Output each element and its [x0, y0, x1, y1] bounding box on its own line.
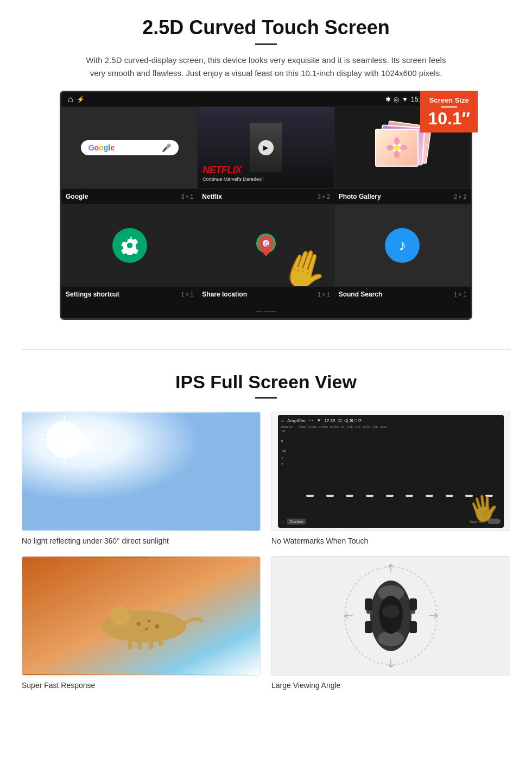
car-image	[271, 556, 510, 676]
svg-point-39	[382, 605, 400, 618]
freq-200: 200hz	[319, 425, 327, 428]
amp-custom-btn[interactable]: Custom	[287, 519, 306, 525]
mic-icon: 🎤	[162, 143, 171, 152]
screen-size-badge: Screen Size 10.1″	[420, 91, 478, 133]
amp-header: ⌂ Amplifier ⋯ ▼ 17:33 ⊡ ◁) ⊠ □ ⟳	[281, 418, 501, 423]
dots: — — —	[256, 308, 276, 314]
thumb-4	[366, 495, 373, 497]
freq-100: 100hz	[308, 425, 316, 428]
location-icon: ◎	[394, 96, 399, 103]
label-settings: Settings shortcut 1 × 1	[61, 289, 198, 300]
play-button[interactable]: ▶	[258, 140, 274, 155]
home-icon: ⌂	[68, 94, 73, 104]
label-netflix: Netflix 3 × 2	[198, 191, 334, 202]
thumb-7	[426, 495, 433, 497]
feature-car: Large Viewing Angle	[271, 556, 510, 690]
label-share: Share location 1 × 1	[198, 289, 334, 300]
svg-point-3	[394, 150, 400, 158]
svg-rect-37	[409, 621, 417, 633]
amp-side-labels: 10 0 -10 3 4	[281, 430, 297, 516]
thumb-3	[346, 495, 353, 497]
svg-point-4	[387, 145, 394, 150]
svg-rect-27	[159, 634, 163, 646]
label-sound: Sound Search 1 × 1	[334, 289, 471, 300]
badge-label: Screen Size	[428, 96, 470, 104]
svg-rect-34	[365, 598, 372, 610]
svg-rect-24	[128, 636, 132, 649]
features-grid: No light reflecting under 360° direct su…	[22, 412, 510, 690]
amp-freq-labels: Balance 60hz 100hz 200hz 500hz 1k 2.5k 1…	[281, 425, 501, 428]
google-logo: Google	[88, 143, 115, 152]
svg-text:G: G	[264, 241, 269, 247]
sunlight-inner	[22, 412, 260, 531]
netflix-cell-inner: ▶ NETFLIX Continue Marvel's Daredevil	[198, 107, 333, 188]
svg-point-19	[111, 606, 130, 625]
gallery-card-3	[375, 129, 419, 167]
freq-sub: SUB	[380, 425, 387, 428]
gear-svg	[120, 236, 140, 255]
sunlight-image	[22, 412, 261, 531]
app-cell-sound[interactable]: ♪	[334, 204, 471, 287]
svg-point-23	[145, 627, 148, 630]
app-cell-netflix[interactable]: ▶ NETFLIX Continue Marvel's Daredevil	[198, 106, 334, 189]
settings-icon	[112, 228, 147, 263]
thumb-8	[446, 495, 453, 497]
section1-description: With 2.5D curved-display screen, this de…	[81, 54, 451, 80]
device-wrapper: Screen Size 10.1″ ⌂ ⚡ ✱ ◎ ▼ 15:06 ⊡ ◁) ⊠…	[60, 91, 472, 320]
status-bar: ⌂ ⚡ ✱ ◎ ▼ 15:06 ⊡ ◁) ⊠ ⬜	[61, 92, 471, 106]
amp-freq-row: 60hz 100hz 200hz 500hz 1k 2.5k 10k 12.5k…	[299, 425, 501, 428]
svg-rect-36	[365, 621, 372, 633]
label-n10: -10	[281, 449, 297, 452]
amp-menu: ⋯	[309, 418, 313, 423]
share-app-size: 1 × 1	[318, 292, 330, 298]
touch-hand: 🖐	[466, 491, 501, 525]
sound-cell-inner: ♪	[335, 205, 470, 286]
device-frame: ⌂ ⚡ ✱ ◎ ▼ 15:06 ⊡ ◁) ⊠ ⬜	[60, 91, 472, 320]
amp-wifi: ▼	[316, 418, 321, 423]
page-dots: — — —	[61, 302, 471, 318]
car-label: Large Viewing Angle	[271, 681, 510, 690]
svg-point-5	[400, 145, 407, 150]
wifi-icon: ▼	[402, 96, 408, 103]
amp-arrow: ←	[281, 520, 285, 523]
section2-title: IPS Full Screen View	[22, 371, 510, 393]
feature-cheetah: Super Fast Response	[22, 556, 261, 690]
app-cell-share[interactable]: G 🤚	[198, 204, 334, 287]
sunlight-scene	[22, 412, 260, 531]
app-cell-google[interactable]: Google 🎤	[61, 106, 198, 189]
app-labels-bottom: Settings shortcut 1 × 1 Share location 1…	[61, 287, 471, 302]
sound-app-size: 1 × 1	[454, 292, 466, 298]
app-labels-top: Google 3 × 1 Netflix 3 × 2 Photo Gallery…	[61, 189, 471, 204]
section1-title: 2.5D Curved Touch Screen	[33, 16, 499, 39]
bluetooth-icon: ✱	[385, 96, 391, 103]
title-underline	[255, 43, 277, 45]
sunlight-label: No light reflecting under 360° direct su…	[22, 537, 261, 545]
svg-point-1	[394, 145, 400, 150]
app-cell-settings[interactable]	[61, 204, 198, 287]
amp-icons: ⊡ ◁) ⊠ □ ⟳	[338, 418, 362, 423]
google-search-bar: Google 🎤	[81, 140, 179, 155]
gallery-app-size: 2 × 2	[454, 194, 466, 200]
freq-15k: 15k	[372, 425, 378, 428]
app-grid-top: Google 🎤 ▶	[61, 106, 471, 189]
share-cell-inner: G 🤚	[198, 205, 333, 286]
pointing-hand: 🤚	[275, 241, 334, 287]
freq-2k5: 2.5k	[346, 425, 352, 428]
label-0: 0	[281, 439, 297, 443]
amp-balance-label: Balance	[281, 425, 297, 428]
section-curved-touch: 2.5D Curved Touch Screen With 2.5D curve…	[0, 0, 532, 333]
thumb-6	[406, 495, 413, 497]
cheetah-image	[22, 556, 261, 676]
section-ips: IPS Full Screen View	[0, 366, 532, 706]
amp-time: 17:33	[324, 418, 335, 423]
svg-point-22	[155, 624, 159, 629]
label-google: Google 3 × 1	[61, 191, 198, 202]
usb-icon: ⚡	[77, 96, 85, 103]
amp-title: Amplifier	[287, 418, 306, 423]
freq-12k5: 12.5k	[362, 425, 370, 428]
freq-1k: 1k	[341, 425, 344, 428]
netflix-app-name: Netflix	[202, 193, 222, 200]
badge-size: 10.1″	[428, 110, 470, 127]
app-grid-bottom: G 🤚 ♪	[61, 204, 471, 287]
thumb-2	[326, 495, 334, 497]
